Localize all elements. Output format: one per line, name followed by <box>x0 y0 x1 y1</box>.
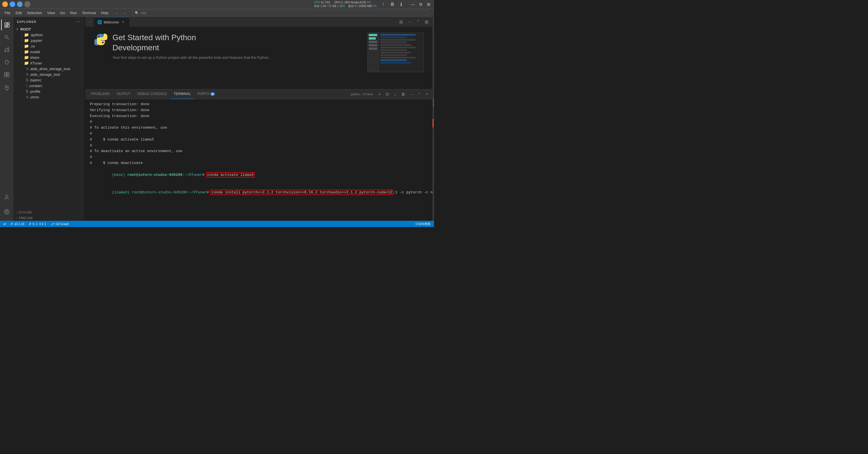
maximize-panel-btn[interactable]: ⊠ <box>423 19 430 26</box>
tree-item-nv[interactable]: › 📁 .nv <box>13 43 84 49</box>
term-cmd-cont: .1 -c pytorch -c nvidia <box>393 190 432 194</box>
menu-view[interactable]: View <box>45 10 57 16</box>
nav-back[interactable]: ‹ <box>114 10 120 17</box>
menu-file[interactable]: File <box>2 10 13 16</box>
tree-item-condarc[interactable]: ! .condarc <box>13 83 84 89</box>
panel-close-btn[interactable]: × <box>424 91 430 97</box>
minimize-panel-btn[interactable]: ⌃ <box>414 19 422 26</box>
search-bar[interactable]: 🔍 root <box>132 10 428 16</box>
status-git[interactable]: ⎇ Git Graph <box>50 221 70 227</box>
activity-settings[interactable] <box>1 206 12 217</box>
tree-item-aide-drive[interactable]: ≡ .aide_drive_storage_lock <box>13 66 84 71</box>
panel-tab-problems[interactable]: PROBLEMS <box>88 89 113 99</box>
terminal-add-btn[interactable]: + <box>376 91 382 97</box>
sidebar-header-actions: ··· <box>76 19 81 24</box>
panel-more-btn[interactable]: ··· <box>408 91 414 97</box>
menu-terminal[interactable]: Terminal <box>80 10 98 16</box>
main-layout: EXPLORER ··· ▼ ROOT › 📁 .ipython › 📁 .ju… <box>0 17 434 221</box>
title-minimize[interactable]: — <box>410 1 416 7</box>
mem-percent: 1.39% <box>337 4 345 8</box>
tab-close-btn[interactable]: × <box>121 20 126 25</box>
title-maximize[interactable]: ⧉ <box>417 1 424 7</box>
tree-item-profile[interactable]: $ .profile <box>13 89 84 94</box>
version-icon: ✗ <box>10 222 13 226</box>
svg-point-8 <box>5 35 8 38</box>
mini-line <box>380 34 415 36</box>
storage-value: 0% <box>373 4 377 8</box>
term-cmd-line-2: (llama3) root@intern-studio-045290:~/XTu… <box>90 184 428 196</box>
tab-collapse-btn[interactable]: ‹ <box>85 17 94 27</box>
panel-tabs: PROBLEMS OUTPUT DEBUG CONSOLE TERMINAL P… <box>85 89 432 99</box>
file-icon: $ <box>26 89 28 94</box>
title-layout[interactable]: ⊞ <box>426 1 432 7</box>
terminal-dropdown-btn[interactable]: ⌄ <box>392 91 398 97</box>
tree-item-vimrc[interactable]: ≡ .vimrc <box>13 94 84 100</box>
status-version[interactable]: ✗ v0.1.18 <box>9 221 25 227</box>
terminal-content[interactable]: Preparing transaction: done Verifying tr… <box>85 99 432 196</box>
more-actions-btn[interactable]: ··· <box>406 19 413 26</box>
svg-rect-22 <box>7 75 9 77</box>
panel-maximize-btn[interactable]: ⌃ <box>416 91 422 97</box>
svg-point-25 <box>6 211 8 213</box>
cpu-info: CPU 31.74% GPU-1: 30% Nvidia A100 0% 内存 … <box>314 1 377 8</box>
ports-badge: 1 <box>211 92 215 95</box>
activity-git[interactable] <box>1 44 12 55</box>
folder-icon: 📁 <box>24 55 29 60</box>
file-icon: $ <box>26 78 28 82</box>
status-remote[interactable]: ⇌ <box>2 221 7 227</box>
tab-welcome[interactable]: 🌐 Welcome × <box>94 17 129 27</box>
term-install-cmd-highlight: conda install pytorch==2.1.2 torchvision… <box>211 190 393 194</box>
activity-testing[interactable] <box>1 83 12 94</box>
tree-item-xtuner[interactable]: › 📁 XTuner <box>13 60 84 66</box>
activity-extensions[interactable] <box>1 69 12 80</box>
menu-edit[interactable]: Edit <box>13 10 24 16</box>
tree-item-bashrc[interactable]: $ .bashrc <box>13 77 84 83</box>
terminal-trash-btn[interactable]: 🗑 <box>400 91 406 97</box>
activity-explorer[interactable] <box>1 19 12 31</box>
gpu-label: GPU-1: 30% Nvidia A100 <box>334 1 366 4</box>
tree-item-share[interactable]: › 📁 share <box>13 55 84 60</box>
status-errors[interactable]: ✗ 0 ⚠ 0 ℹ 1 <box>28 221 47 227</box>
sidebar-more-btn[interactable]: ··· <box>76 19 81 24</box>
timeline-label: TIMELINE <box>19 216 33 220</box>
tree-item-ipython[interactable]: › 📁 .ipython <box>13 32 84 38</box>
term-cmd-highlight: conda activate llama3 <box>207 173 254 177</box>
tree-item-model[interactable]: › 📁 model <box>13 49 84 55</box>
panel-tab-terminal[interactable]: TERMINAL <box>170 89 194 99</box>
folder-icon: 📁 <box>24 32 29 37</box>
panel-tab-output[interactable]: OUTPUT <box>113 89 134 99</box>
term-line: # $ conda activate llama3 <box>90 137 428 143</box>
activity-search[interactable] <box>1 32 12 43</box>
mini-sidebar-item <box>369 44 377 47</box>
status-csdn[interactable]: CSDN博客 <box>414 222 432 226</box>
split-editor-btn[interactable]: ⊞ <box>397 19 405 26</box>
jupyter-arrow: › <box>22 39 22 42</box>
title-bar: CPU 31.74% GPU-1: 30% Nvidia A100 0% 内存 … <box>0 0 434 8</box>
menu-run[interactable]: Run <box>68 10 79 16</box>
terminal-split-btn[interactable]: ⊟ <box>384 91 391 97</box>
file-icon: ≡ <box>26 66 28 71</box>
menu-go[interactable]: Go <box>58 10 67 16</box>
activity-avatar[interactable] <box>1 191 12 203</box>
panel-tab-ports[interactable]: PORTS 1 <box>194 89 218 99</box>
term-user: root@intern-studio-045290 <box>127 173 183 177</box>
tree-item-aide-storage[interactable]: ≡ .aide_storage_lock <box>13 71 84 77</box>
title-icon-upload[interactable]: ↑ <box>380 1 386 7</box>
title-icon-info[interactable]: ℹ <box>398 1 404 7</box>
timeline-section[interactable]: › TIMELINE <box>13 215 84 221</box>
outline-section[interactable]: › OUTLINE <box>13 209 84 215</box>
menu-selection[interactable]: Selection <box>25 10 44 16</box>
menu-help[interactable]: Help <box>99 10 111 16</box>
ipython-arrow: › <box>22 33 22 36</box>
activity-debug[interactable] <box>1 57 12 68</box>
title-icon-monitor[interactable]: 🖥 <box>390 1 395 7</box>
term-line: # To activate this environment, use <box>90 125 428 131</box>
tree-root[interactable]: ▼ ROOT <box>13 27 84 32</box>
nav-forward[interactable]: › <box>122 10 128 17</box>
cpu-value: 31.74% <box>321 1 330 4</box>
panel-tab-debug[interactable]: DEBUG CONSOLE <box>134 89 170 99</box>
folder-icon: 📁 <box>24 44 29 48</box>
tree-item-jupyter[interactable]: › 📁 .jupyter <box>13 38 84 43</box>
welcome-header: Get Started with Python Development Your… <box>94 32 272 60</box>
term-hash: # <box>202 173 207 177</box>
